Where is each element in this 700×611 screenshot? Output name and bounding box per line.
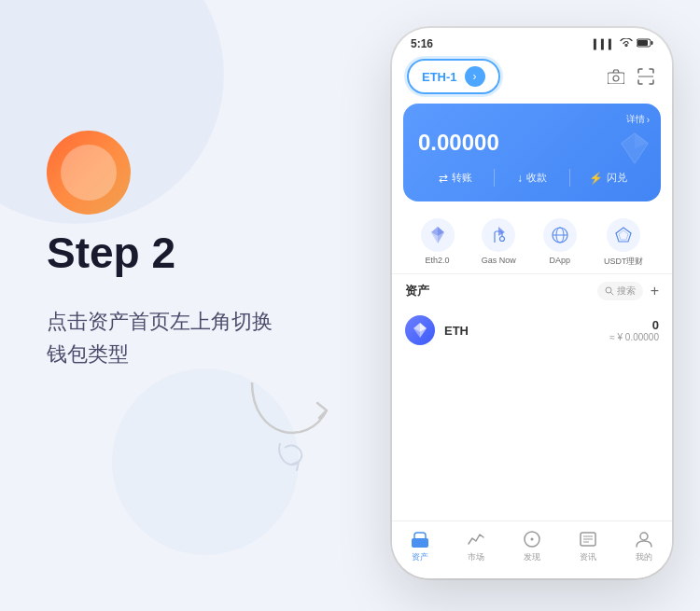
- balance-amount: 0.00000: [418, 130, 646, 156]
- assets-title: 资产: [405, 283, 429, 299]
- eth-pill-button[interactable]: ETH-1 ›: [407, 59, 500, 94]
- market-nav-label: 市场: [468, 551, 484, 563]
- detail-label[interactable]: 详情 ›: [626, 113, 650, 126]
- dapp-icon: [543, 218, 577, 252]
- usdt-label: USDT理财: [604, 256, 644, 268]
- eth2-label: Eth2.0: [426, 256, 450, 265]
- search-placeholder: 搜索: [617, 285, 636, 298]
- header-icons: [605, 65, 657, 88]
- profile-nav-label: 我的: [636, 551, 652, 563]
- logo-circle: [47, 131, 131, 215]
- receive-icon: ↓: [517, 172, 523, 185]
- asset-row-eth[interactable]: ETH 0 ≈ ¥ 0.00000: [405, 308, 659, 353]
- camera-icon[interactable]: [605, 65, 627, 88]
- quick-icons-row: Eth2.0 Gas Now DApp USDT理财: [392, 211, 672, 274]
- eth-asset-icon: [405, 315, 435, 345]
- receive-action[interactable]: ↓ 收款: [495, 167, 570, 188]
- nav-item-market[interactable]: 市场: [466, 529, 486, 563]
- profile-nav-icon: [634, 529, 654, 549]
- news-nav-label: 资讯: [580, 551, 596, 563]
- search-button[interactable]: 搜索: [597, 282, 643, 300]
- quick-item-dapp[interactable]: DApp: [543, 218, 577, 268]
- svg-marker-18: [619, 230, 628, 240]
- battery-icon: [637, 38, 653, 49]
- scan-icon[interactable]: [635, 65, 657, 88]
- nav-item-discover[interactable]: 发现: [522, 529, 542, 563]
- eth-asset-name: ETH: [444, 324, 600, 338]
- dapp-label: DApp: [550, 256, 571, 265]
- nav-item-assets[interactable]: 资产: [410, 529, 430, 563]
- eth-asset-values: 0 ≈ ¥ 0.00000: [609, 318, 659, 342]
- svg-rect-2: [651, 41, 653, 45]
- step-description: 点击资产首页左上角切换 钱包类型: [47, 305, 273, 370]
- eth-amount: 0: [609, 318, 659, 332]
- quick-item-usdt[interactable]: USDT理财: [604, 218, 644, 268]
- svg-point-32: [640, 533, 648, 540]
- status-bar: 5:16 ▍▍▍: [392, 28, 672, 55]
- news-nav-icon: [578, 529, 598, 549]
- svg-point-19: [606, 287, 611, 293]
- add-asset-button[interactable]: +: [651, 283, 659, 299]
- swap-icon: ⚡: [589, 172, 603, 185]
- phone-mockup: 5:16 ▍▍▍ ETH-1 ›: [392, 28, 672, 578]
- quick-item-gasnow[interactable]: Gas Now: [482, 218, 516, 268]
- desc-line1: 点击资产首页左上角切换: [47, 305, 273, 338]
- assets-header: 资产 搜索 +: [405, 282, 659, 300]
- balance-actions: ⇄ 转账 ↓ 收款 ⚡ 闪兑: [418, 167, 646, 188]
- svg-line-20: [610, 293, 613, 296]
- eth-fiat: ≈ ¥ 0.00000: [609, 332, 659, 342]
- usdt-icon: [607, 218, 640, 252]
- market-nav-icon: [466, 529, 486, 549]
- swap-action[interactable]: ⚡ 闪兑: [570, 167, 646, 188]
- left-section: Step 2 点击资产首页左上角切换 钱包类型: [47, 131, 273, 370]
- assets-section: 资产 搜索 + ETH 0 ≈ ¥: [392, 274, 672, 356]
- balance-card: 详情 › 0.00000 ⇄ 转账 ↓ 收款: [403, 104, 661, 201]
- logo-inner: [61, 145, 117, 201]
- eth-asset-info: ETH: [444, 324, 600, 338]
- signal-icon: ▍▍▍: [594, 39, 616, 49]
- assets-nav-icon: [410, 529, 430, 549]
- gasnow-icon: [482, 218, 515, 252]
- svg-rect-25: [412, 538, 428, 548]
- discover-nav-icon: [522, 529, 542, 549]
- eth2-icon: [421, 218, 455, 252]
- status-time: 5:16: [411, 37, 433, 50]
- assets-controls: 搜索 +: [597, 282, 659, 300]
- gasnow-label: Gas Now: [482, 256, 516, 265]
- swap-label: 闪兑: [607, 171, 627, 185]
- nav-item-news[interactable]: 资讯: [578, 529, 598, 563]
- step-title: Step 2: [47, 229, 273, 277]
- phone-header: ETH-1 ›: [392, 55, 672, 104]
- bottom-nav: 资产 市场 发现 资讯: [392, 521, 672, 578]
- status-icons: ▍▍▍: [594, 38, 653, 49]
- svg-rect-1: [637, 40, 648, 46]
- transfer-label: 转账: [452, 171, 472, 185]
- quick-item-eth2[interactable]: Eth2.0: [421, 218, 455, 268]
- eth-pill-label: ETH-1: [422, 70, 457, 84]
- assets-nav-label: 资产: [412, 551, 428, 563]
- eth-pill-arrow-icon: ›: [465, 66, 485, 87]
- wifi-icon: [620, 38, 633, 49]
- transfer-action[interactable]: ⇄ 转账: [418, 167, 494, 188]
- nav-item-profile[interactable]: 我的: [634, 529, 654, 563]
- svg-point-13: [500, 237, 505, 242]
- transfer-icon: ⇄: [439, 172, 448, 185]
- svg-point-27: [531, 538, 534, 541]
- curved-arrow: [224, 364, 345, 489]
- receive-label: 收款: [526, 171, 547, 185]
- discover-nav-label: 发现: [524, 551, 540, 563]
- svg-point-4: [613, 76, 619, 81]
- phone-body: 5:16 ▍▍▍ ETH-1 ›: [392, 28, 672, 578]
- svg-rect-3: [608, 73, 624, 84]
